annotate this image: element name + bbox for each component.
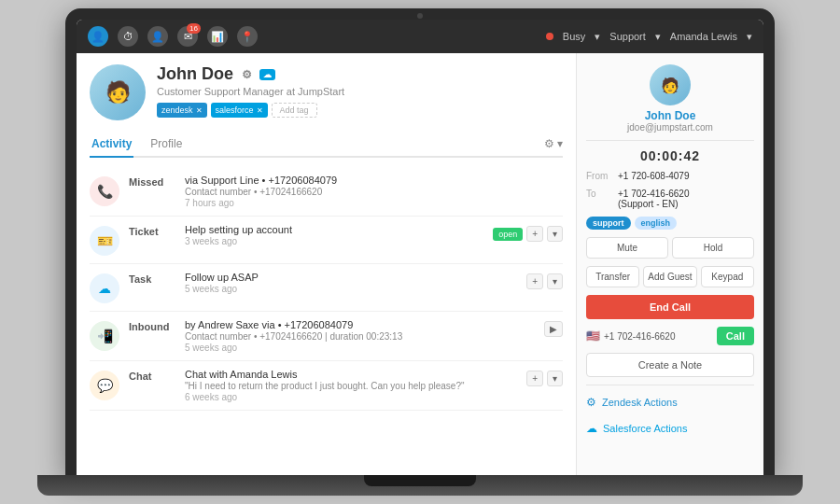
keypad-button[interactable]: Keypad [701,266,754,287]
ticket-body: Help setting up account 3 weeks ago [185,224,483,246]
call-from-row: From +1 720-608-4079 [586,171,754,181]
mail-badge: 16 [187,23,201,34]
inbound-body: by Andrew Saxe via • +17206084079 Contac… [185,319,535,353]
caller-name[interactable]: John Doe [586,109,754,122]
create-note-button[interactable]: Create a Note [586,353,754,377]
profile-name: John Doe ⚙ ☁ [157,64,563,84]
status-label[interactable]: Busy [563,31,585,42]
tab-activity[interactable]: Activity [90,132,133,158]
caller-email: jdoe@jumpstart.com [586,122,754,133]
task-icon: ☁ [90,273,119,303]
call-button[interactable]: Call [717,327,754,345]
chat-time: 6 weeks ago [185,392,517,402]
task-main: Follow up ASAP [185,272,517,283]
mute-button[interactable]: Mute [586,237,668,259]
nav-icon-bar[interactable]: 📊 [207,26,228,47]
profile-info: John Doe ⚙ ☁ Customer Support Manager at… [157,64,563,118]
chat-icon: 💬 [90,371,119,400]
ticket-add-btn[interactable]: + [526,226,543,242]
inbound-arrow-btn[interactable]: ▶ [544,321,563,337]
salesforce-icon: ☁ [586,422,597,435]
chat-body: Chat with Amanda Lewis "Hi I need to ret… [185,369,517,402]
caller-avatar: 🧑 [650,64,691,105]
profile-tags: zendesk ✕ salesforce ✕ Add tag [157,103,563,118]
right-panel: 🧑 John Doe jdoe@jumpstart.com 00:00:42 F… [577,53,763,475]
chat-main: Chat with Amanda Lewis [185,369,517,380]
add-guest-button[interactable]: Add Guest [643,266,696,287]
missed-label: Missed [129,176,175,188]
ticket-icon: 🎫 [90,226,119,256]
missed-body: via Support Line • +17206084079 Contact … [185,175,563,208]
call-tag-support: support [586,217,631,230]
tab-profile[interactable]: Profile [148,132,184,158]
call-tags: support english [586,217,754,230]
user-label[interactable]: Amanda Lewis [670,31,737,42]
hold-button[interactable]: Hold [672,237,754,259]
task-time: 5 weeks ago [185,284,517,294]
tabs: Activity Profile ⚙ ▾ [90,132,563,158]
nav-icon-mail[interactable]: ✉ 16 [177,26,198,47]
tag-zendesk: zendesk ✕ [157,103,207,118]
inbound-time: 5 weeks ago [185,343,535,353]
tag-salesforce: salesforce ✕ [211,103,268,118]
salesforce-actions-link[interactable]: ☁ Salesforce Actions [586,419,754,438]
task-actions: + ▾ [526,273,563,289]
laptop-screen: 👤 ⏱ 👤 ✉ 16 📊 📍 Busy ▾ Support ▾ Amanda L… [77,20,763,475]
missed-time: 7 hours ago [185,198,563,208]
call-timer: 00:00:42 [586,148,754,163]
flag-icon: 🇺🇸 [586,329,600,343]
activity-list: 📞 Missed via Support Line • +17206084079… [90,167,563,411]
navbar: 👤 ⏱ 👤 ✉ 16 📊 📍 Busy ▾ Support ▾ Amanda L… [77,20,763,53]
ticket-time: 3 weeks ago [185,236,483,246]
tag-zendesk-remove[interactable]: ✕ [196,106,203,115]
task-body: Follow up ASAP 5 weeks ago [185,272,517,294]
support-label[interactable]: Support [609,31,646,42]
task-add-btn[interactable]: + [526,273,543,289]
nav-icon-user2[interactable]: 👤 [147,26,168,47]
tag-salesforce-remove[interactable]: ✕ [257,106,263,115]
inbound-main: by Andrew Saxe via • +17206084079 [185,319,535,330]
task-more-btn[interactable]: ▾ [547,273,563,289]
support-type: (Support - EN) [618,199,689,209]
call-tag-english: english [635,217,678,230]
navbar-right: Busy ▾ Support ▾ Amanda Lewis ▾ [546,31,752,43]
zendesk-icon: ⚙ [586,396,596,409]
zendesk-actions-link[interactable]: ⚙ Zendesk Actions [586,393,754,412]
ticket-actions: open + ▾ [493,226,563,242]
laptop-base [37,475,803,496]
profile-header: 🧑 John Doe ⚙ ☁ Customer Support Manager … [90,64,563,120]
chat-more-btn[interactable]: ▾ [547,371,563,386]
status-dot [546,33,553,40]
inbound-actions: ▶ [544,321,563,337]
divider-1 [586,140,754,141]
profile-gear-icon[interactable]: ⚙ [239,67,254,82]
left-panel: 🧑 John Doe ⚙ ☁ Customer Support Manager … [77,53,577,475]
nav-icon-profile[interactable]: 👤 [88,26,108,47]
ticket-more-btn[interactable]: ▾ [547,226,563,242]
salesforce-logo: ☁ [259,69,275,80]
activity-item-inbound: 📲 Inbound by Andrew Saxe via • +17206084… [90,312,563,361]
chat-actions: + ▾ [526,371,563,386]
nav-icon-pin[interactable]: 📍 [237,26,258,47]
chat-add-btn[interactable]: + [526,371,543,386]
call-number-display: +1 702-416-6620 [604,331,713,342]
tabs-gear-icon[interactable]: ⚙ ▾ [544,137,563,150]
to-label: To [586,189,614,209]
transfer-button[interactable]: Transfer [586,266,639,287]
call-to-row: To +1 702-416-6620 (Support - EN) [586,189,754,209]
add-tag-input[interactable]: Add tag [272,103,317,118]
activity-item-missed: 📞 Missed via Support Line • +17206084079… [90,167,563,217]
from-label: From [586,171,614,181]
missed-sub: Contact number • +17024166620 [185,187,563,197]
nav-icon-clock[interactable]: ⏱ [118,26,138,47]
missed-icon: 📞 [90,176,119,206]
missed-main: via Support Line • +17206084079 [185,175,563,186]
profile-title: Customer Support Manager at JumpStart [157,86,563,97]
chat-label: Chat [129,371,175,382]
to-number: +1 702-416-6620 [618,189,689,199]
camera-dot [417,13,423,19]
inbound-label: Inbound [129,321,175,332]
task-label: Task [129,273,175,285]
mute-hold-row: Mute Hold [586,237,754,259]
end-call-button[interactable]: End Call [586,295,754,319]
